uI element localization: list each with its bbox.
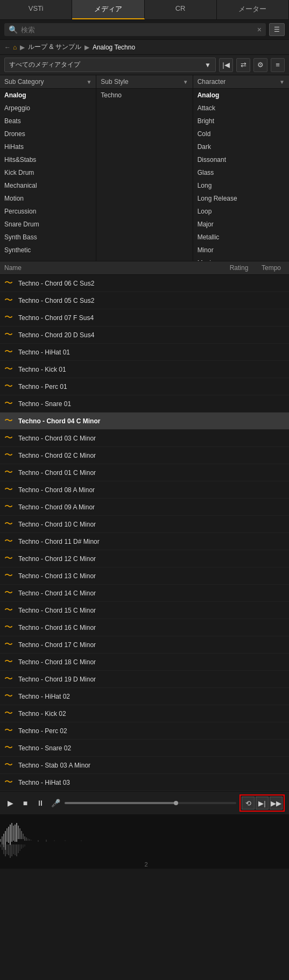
table-row[interactable]: 〜Techno - Chord 18 C Minor xyxy=(0,654,289,671)
waveform-icon: 〜 xyxy=(4,381,15,392)
table-row[interactable]: 〜Techno - Chord 17 C Minor xyxy=(0,636,289,654)
table-row[interactable]: 〜Techno - Chord 08 A Minor xyxy=(0,481,289,499)
filter-item[interactable]: Hits&Stabs xyxy=(0,153,96,166)
filter-item[interactable]: Long Release xyxy=(193,192,289,205)
transport-loop-button[interactable]: ⟲ xyxy=(242,797,255,809)
filter-item[interactable]: Glass xyxy=(193,166,289,179)
table-row[interactable]: 〜Techno - Snare 01 xyxy=(0,395,289,413)
transport-stop-button[interactable]: ■ xyxy=(19,797,31,809)
table-row[interactable]: 〜Techno - Chord 06 C Sus2 xyxy=(0,275,289,292)
breadcrumb-home-button[interactable]: ⌂ xyxy=(13,44,17,51)
file-list-col-rating[interactable]: Rating xyxy=(220,264,258,272)
table-row[interactable]: 〜Techno - Perc 01 xyxy=(0,378,289,395)
filter-item[interactable]: Techno xyxy=(96,89,192,102)
filter-header-character[interactable]: Character ▼ xyxy=(193,75,289,89)
table-row[interactable]: 〜Techno - Snare 02 xyxy=(0,740,289,757)
filter-item[interactable]: Moving xyxy=(193,257,289,261)
table-row[interactable]: 〜Techno - Chord 14 C Minor xyxy=(0,585,289,602)
table-row[interactable]: 〜Techno - Chord 16 C Minor xyxy=(0,619,289,636)
table-row[interactable]: 〜Techno - HiHat 01 xyxy=(0,344,289,361)
filter-item[interactable]: Dark xyxy=(193,140,289,153)
table-row[interactable]: 〜Techno - Chord 15 C Minor xyxy=(0,602,289,619)
filter-item[interactable]: Dissonant xyxy=(193,153,289,166)
table-row[interactable]: 〜Techno - Chord 19 D Minor xyxy=(0,671,289,688)
svg-rect-1 xyxy=(0,839,1,842)
filter-item[interactable]: Attack xyxy=(193,102,289,115)
file-name: Techno - HiHat 03 xyxy=(18,779,285,786)
filter-item[interactable]: Percussion xyxy=(0,205,96,218)
table-row[interactable]: 〜Techno - Chord 01 C Minor xyxy=(0,464,289,481)
table-row[interactable]: 〜Techno - Perc 02 xyxy=(0,722,289,740)
filter-item[interactable]: HiHats xyxy=(0,140,96,153)
table-row[interactable]: 〜Techno - Chord 10 C Minor xyxy=(0,516,289,533)
filter-item[interactable]: Loop xyxy=(193,205,289,218)
table-row[interactable]: 〜Techno - Chord 02 C Minor xyxy=(0,447,289,464)
skip-prev-button[interactable]: |◀ xyxy=(219,58,233,72)
breadcrumb-back-button[interactable]: ← xyxy=(4,44,11,51)
table-row[interactable]: 〜Techno - Chord 05 C Sus2 xyxy=(0,292,289,309)
filter-item[interactable]: Metallic xyxy=(193,231,289,244)
filter-item[interactable]: Bright xyxy=(193,115,289,127)
table-row[interactable]: 〜Techno - Chord 07 F Sus4 xyxy=(0,309,289,326)
filter-item[interactable]: Kick Drum xyxy=(0,166,96,179)
file-name: Techno - Chord 19 D Minor xyxy=(18,676,285,683)
file-name: Techno - Chord 20 D Sus4 xyxy=(18,331,285,339)
table-row[interactable]: 〜Techno - HiHat 02 xyxy=(0,688,289,705)
filter-item[interactable]: Analog xyxy=(193,89,289,102)
list-view-button[interactable]: ☰ xyxy=(269,23,285,36)
table-row[interactable]: 〜Techno - Chord 12 C Minor xyxy=(0,550,289,567)
filter-item[interactable]: Synth Bass xyxy=(0,231,96,244)
file-name: Techno - Stab 03 A Minor xyxy=(18,762,285,769)
transport-slider[interactable] xyxy=(65,802,236,804)
filter-item[interactable]: Motion xyxy=(0,192,96,205)
transport-pause-button[interactable]: ⏸ xyxy=(34,797,46,809)
table-row[interactable]: 〜Techno - Chord 04 C Minor xyxy=(0,413,289,430)
tab-media[interactable]: メディア xyxy=(72,0,144,19)
filter-item[interactable]: Beats xyxy=(0,115,96,127)
table-row[interactable]: 〜Techno - Chord 11 D# Minor xyxy=(0,533,289,550)
filter-item[interactable]: Synthetic xyxy=(0,244,96,257)
table-row[interactable]: 〜Techno - Chord 13 C Minor xyxy=(0,567,289,585)
transport-mic-button[interactable]: 🎤 xyxy=(50,797,61,809)
filter-item[interactable]: Arpeggio xyxy=(0,102,96,115)
table-row[interactable]: 〜Techno - Chord 20 D Sus4 xyxy=(0,326,289,344)
breadcrumb-path1[interactable]: ループ & サンプル xyxy=(28,42,81,52)
tab-cr[interactable]: CR xyxy=(145,0,217,19)
filter-header-substyle[interactable]: Sub Style ▼ xyxy=(96,75,192,89)
filter-header-subcategory[interactable]: Sub Category ▼ xyxy=(0,75,96,89)
waveform-icon: 〜 xyxy=(4,639,15,650)
search-clear-button[interactable]: × xyxy=(257,25,262,34)
file-name: Techno - Chord 12 C Minor xyxy=(18,555,285,563)
file-list-col-name[interactable]: Name xyxy=(4,264,220,272)
media-type-dropdown[interactable]: すべてのメディアタイプ ▼ xyxy=(4,58,216,72)
table-row[interactable]: 〜Techno - Chord 03 C Minor xyxy=(0,430,289,447)
filter-item[interactable]: Snare Drum xyxy=(0,218,96,231)
filter-item[interactable]: Cold xyxy=(193,127,289,140)
file-list-col-tempo[interactable]: Tempo xyxy=(258,264,285,272)
table-row[interactable]: 〜Techno - Kick 01 xyxy=(0,361,289,378)
filter-item[interactable]: Major xyxy=(193,218,289,231)
waveform-icon: 〜 xyxy=(4,673,15,685)
transport-play-button[interactable]: ▶ xyxy=(4,797,16,809)
search-input[interactable] xyxy=(21,26,254,34)
transport-fast-forward-button[interactable]: ▶▶ xyxy=(270,797,283,809)
shuffle-button[interactable]: ⇄ xyxy=(236,58,250,72)
media-type-label: すべてのメディアタイプ xyxy=(9,60,80,69)
filter-item[interactable]: Minor xyxy=(193,244,289,257)
svg-rect-28 xyxy=(3,844,4,854)
breadcrumb-path2[interactable]: Analog Techno xyxy=(93,44,135,51)
table-row[interactable]: 〜Techno - Kick 02 xyxy=(0,705,289,722)
filter-item[interactable]: Drones xyxy=(0,127,96,140)
view-toggle-button[interactable]: ≡ xyxy=(271,58,285,72)
filter-item[interactable]: Mechanical xyxy=(0,179,96,192)
filter-item[interactable]: Long xyxy=(193,179,289,192)
table-row[interactable]: 〜Techno - Stab 03 A Minor xyxy=(0,757,289,774)
table-row[interactable]: 〜Techno - HiHat 03 xyxy=(0,774,289,791)
transport-next-button[interactable]: ▶| xyxy=(256,797,269,809)
tab-vsti[interactable]: VSTi xyxy=(0,0,72,19)
waveform-icon: 〜 xyxy=(4,312,15,323)
table-row[interactable]: 〜Techno - Chord 09 A Minor xyxy=(0,499,289,516)
tab-meter[interactable]: メーター xyxy=(217,0,289,19)
filter-item[interactable]: Analog xyxy=(0,89,96,102)
settings-button[interactable]: ⚙ xyxy=(253,58,267,72)
